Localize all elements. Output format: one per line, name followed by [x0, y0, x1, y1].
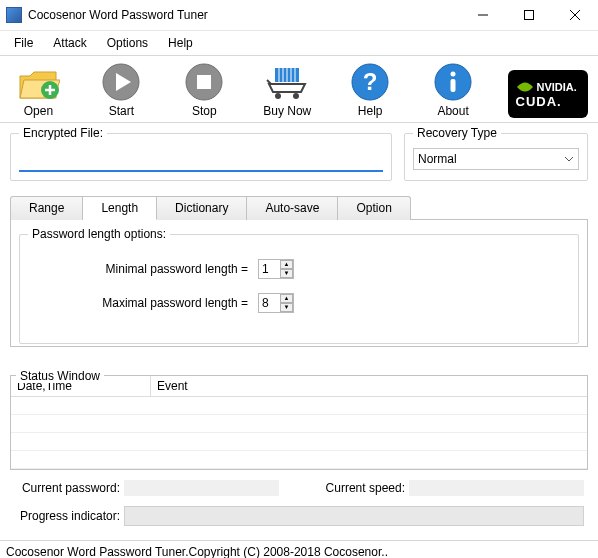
tab-length[interactable]: Length	[83, 196, 157, 220]
buy-now-button[interactable]: Buy Now	[259, 62, 316, 118]
about-label: About	[437, 104, 468, 118]
progress-bar	[124, 506, 584, 526]
start-button[interactable]: Start	[93, 62, 150, 118]
status-row	[11, 397, 587, 415]
recovery-type-value: Normal	[418, 152, 457, 166]
stop-button[interactable]: Stop	[176, 62, 233, 118]
svg-point-23	[451, 72, 456, 77]
max-down-button[interactable]: ▼	[280, 303, 293, 312]
open-label: Open	[24, 104, 53, 118]
help-button[interactable]: ? Help	[342, 62, 399, 118]
min-length-label: Minimal password length =	[78, 262, 248, 276]
status-row	[11, 451, 587, 469]
window-title: Cocosenor Word Password Tuner	[28, 8, 460, 22]
play-icon	[101, 62, 141, 102]
close-icon	[570, 10, 580, 20]
max-length-input[interactable]: 8 ▲▼	[258, 293, 294, 313]
minimize-button[interactable]	[460, 0, 506, 30]
tab-option[interactable]: Option	[338, 196, 410, 220]
encrypted-file-input[interactable]	[19, 148, 383, 172]
help-icon: ?	[350, 62, 390, 102]
recovery-type-label: Recovery Type	[413, 126, 501, 140]
col-event[interactable]: Event	[151, 376, 587, 396]
stop-label: Stop	[192, 104, 217, 118]
title-bar: Cocosenor Word Password Tuner	[0, 0, 598, 30]
tab-bar: Range Length Dictionary Auto-save Option	[10, 195, 588, 219]
svg-text:?: ?	[363, 68, 378, 95]
menu-options[interactable]: Options	[97, 33, 158, 53]
menu-help[interactable]: Help	[158, 33, 203, 53]
recovery-type-select[interactable]: Normal	[413, 148, 579, 170]
min-down-button[interactable]: ▼	[280, 269, 293, 278]
tab-autosave[interactable]: Auto-save	[247, 196, 338, 220]
progress-indicator-label: Progress indicator:	[14, 509, 124, 523]
svg-rect-1	[525, 11, 534, 20]
open-folder-icon	[16, 64, 60, 102]
help-label: Help	[358, 104, 383, 118]
svg-point-17	[275, 93, 281, 99]
current-speed-label: Current speed:	[319, 481, 409, 495]
menu-attack[interactable]: Attack	[43, 33, 96, 53]
svg-rect-24	[451, 79, 456, 92]
current-password-value	[124, 480, 279, 496]
menu-bar: File Attack Options Help	[0, 30, 598, 55]
length-options-heading: Password length options:	[28, 227, 170, 241]
min-length-input[interactable]: 1 ▲▼	[258, 259, 294, 279]
stop-icon	[184, 62, 224, 102]
start-label: Start	[109, 104, 134, 118]
toolbar: Open Start Stop Buy Now ? Help	[0, 56, 598, 122]
status-window: Date,Time Event	[10, 375, 588, 470]
svg-rect-10	[197, 75, 211, 89]
chevron-down-icon	[564, 156, 574, 162]
buy-label: Buy Now	[263, 104, 311, 118]
maximize-button[interactable]	[506, 0, 552, 30]
footer-text: Cocosenor Word Password Tuner.Copyright …	[0, 541, 598, 558]
max-length-value: 8	[262, 296, 269, 310]
current-password-label: Current password:	[14, 481, 124, 495]
max-up-button[interactable]: ▲	[280, 294, 293, 303]
cuda-brand-label: NVIDIA.	[537, 81, 577, 93]
min-length-value: 1	[262, 262, 269, 276]
open-button[interactable]: Open	[10, 64, 67, 118]
cuda-badge: NVIDIA. CUDA.	[508, 70, 589, 118]
app-icon	[6, 7, 22, 23]
status-rows	[11, 397, 587, 469]
svg-point-18	[293, 93, 299, 99]
about-button[interactable]: About	[425, 62, 482, 118]
min-up-button[interactable]: ▲	[280, 260, 293, 269]
max-length-label: Maximal password length =	[78, 296, 248, 310]
maximize-icon	[524, 10, 534, 20]
current-speed-value	[409, 480, 584, 496]
recovery-type-group: Recovery Type Normal	[404, 133, 588, 181]
nvidia-eye-icon	[516, 80, 534, 94]
status-row	[11, 433, 587, 451]
encrypted-file-group: Encrypted File:	[10, 133, 392, 181]
menu-file[interactable]: File	[4, 33, 43, 53]
tab-range[interactable]: Range	[10, 196, 83, 220]
info-icon	[433, 62, 473, 102]
tab-dictionary[interactable]: Dictionary	[157, 196, 247, 220]
cuda-text-label: CUDA.	[516, 94, 581, 109]
minimize-icon	[478, 10, 488, 20]
encrypted-file-label: Encrypted File:	[19, 126, 107, 140]
cart-icon	[263, 62, 311, 102]
status-window-label: Status Window	[16, 369, 104, 383]
close-button[interactable]	[552, 0, 598, 30]
tab-panel-length: Password length options: Minimal passwor…	[10, 219, 588, 347]
status-row	[11, 415, 587, 433]
